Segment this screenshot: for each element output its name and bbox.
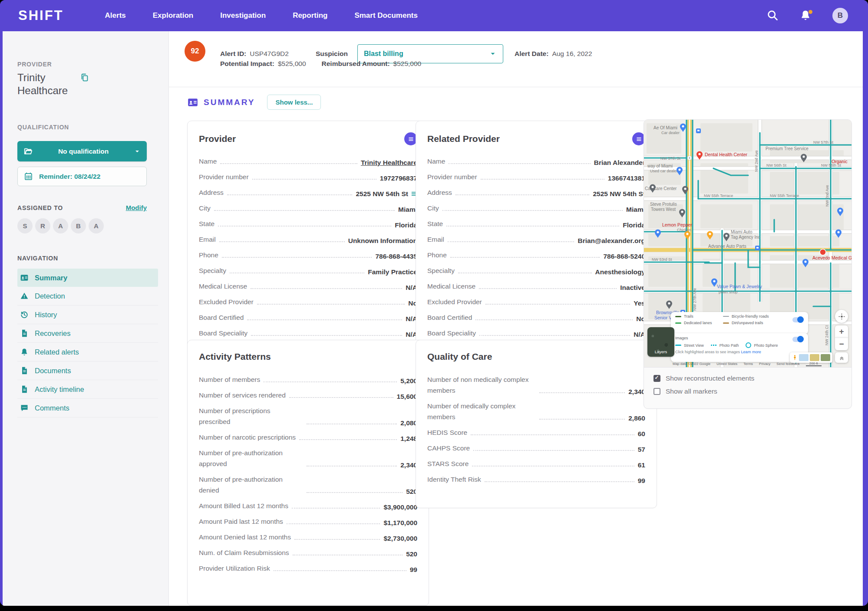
checkbox-checked[interactable] xyxy=(653,375,660,382)
document-icon xyxy=(20,385,29,394)
map-zoom-out-button[interactable]: − xyxy=(835,338,848,350)
sidebar-item-recoveries[interactable]: Recoveries xyxy=(17,324,158,343)
svg-text:NW 2nd Ave: NW 2nd Ave xyxy=(754,150,759,172)
field-label: Board Speciality xyxy=(199,328,248,338)
field-row: Excluded ProviderYes xyxy=(427,294,645,309)
svg-text:Used car dealer: Used car dealer xyxy=(650,169,678,173)
alert-id-label: Alert ID: xyxy=(220,50,246,58)
map-options: Show reconstructed elements Show all mar… xyxy=(644,368,851,407)
field-row: StateFlorida xyxy=(427,216,645,231)
menu-item-reporting[interactable]: Reporting xyxy=(293,11,327,20)
potential-impact-value: $525,000 xyxy=(278,60,306,68)
attribution-link[interactable]: Send feedback xyxy=(776,362,799,366)
attribution-link[interactable]: United States xyxy=(716,362,737,366)
svg-text:NW 57th St: NW 57th St xyxy=(660,156,681,161)
field-row: Provider Utilization Risk99 xyxy=(199,560,417,576)
field-row: Medical LicenseInactive xyxy=(427,278,645,294)
bicycle-swatch xyxy=(723,316,729,317)
sidebar-item-detection[interactable]: Detection xyxy=(17,287,158,306)
topbar-icons: B xyxy=(766,8,848,23)
trails-toggle[interactable] xyxy=(792,317,804,322)
show-less-button[interactable]: Show less... xyxy=(267,95,321,110)
attribution-link[interactable]: Terms xyxy=(743,362,753,366)
checkbox-label: Show reconstructed elements xyxy=(666,374,754,382)
menu-item-smart-documents[interactable]: Smart Documents xyxy=(354,11,417,20)
sidebar-item-activity-timeline[interactable]: Activity timeline xyxy=(17,380,158,399)
sidebar-item-label: Recoveries xyxy=(35,329,71,338)
field-label: Number of narcotic prescriptions xyxy=(199,432,296,443)
field-label: Medical License xyxy=(199,281,247,292)
qualification-dropdown-button[interactable]: No qualification xyxy=(17,141,147,161)
photo-sphere-swatch xyxy=(746,342,751,348)
images-toggle[interactable] xyxy=(792,337,804,342)
reimbursed-amount-value: $525,000 xyxy=(393,60,422,68)
map-locate-button[interactable] xyxy=(835,310,848,323)
qualification-section-label: QUALIFICATION xyxy=(17,124,147,131)
sidebar-item-comments[interactable]: Comments xyxy=(17,399,158,417)
modify-link[interactable]: Modify xyxy=(126,204,147,211)
show-all-markers-option[interactable]: Show all markers xyxy=(653,388,842,395)
sidebar-item-label: Documents xyxy=(35,367,71,375)
field-label: Board Speciality xyxy=(427,328,476,338)
sidebar-item-label: Activity timeline xyxy=(35,385,84,394)
svg-text:Steve Protulis: Steve Protulis xyxy=(650,202,677,207)
bell-icon xyxy=(20,348,29,356)
assignee-avatar[interactable]: S xyxy=(17,218,33,233)
show-reconstructed-elements-option[interactable]: Show reconstructed elements xyxy=(653,374,842,382)
dedicated-swatch xyxy=(675,322,681,324)
sidebar-item-documents[interactable]: Documents xyxy=(17,361,158,380)
svg-text:NW 27th Ave: NW 27th Ave xyxy=(693,288,697,311)
field-row: CAHPS Score57 xyxy=(427,440,645,456)
field-label: HEDIS Score xyxy=(427,427,467,438)
map-zoom-in-button[interactable]: + xyxy=(835,325,848,338)
field-value: Miami xyxy=(398,206,417,214)
notifications-bell-icon[interactable] xyxy=(799,9,812,22)
svg-text:Car dealer: Car dealer xyxy=(661,131,680,135)
search-icon[interactable] xyxy=(766,9,779,22)
copy-icon[interactable] xyxy=(80,73,89,82)
learn-more-link[interactable]: Learn more xyxy=(741,350,761,354)
pegman-icon[interactable] xyxy=(792,354,798,361)
imagery-thumbnail[interactable] xyxy=(799,354,809,361)
attribution-link[interactable]: Privacy xyxy=(759,362,770,366)
svg-text:Acevedo Medical Group: Acevedo Medical Group xyxy=(812,255,851,260)
field-label: Amount Paid last 12 months xyxy=(199,516,283,527)
reminder-button[interactable]: Reminder: 08/24/22 xyxy=(17,167,147,186)
field-row: CityMiami xyxy=(427,200,645,216)
svg-text:pawn shop: pawn shop xyxy=(719,290,738,294)
imagery-thumbnail[interactable] xyxy=(821,354,830,361)
app-logo: SHIFT xyxy=(18,8,64,23)
map-layers-button[interactable]: Layers xyxy=(647,327,674,357)
sidebar-item-summary[interactable]: Summary xyxy=(17,269,158,287)
field-label: Num. of Claim Resubmissions xyxy=(199,547,289,558)
field-label: Phone xyxy=(199,250,218,260)
field-label: Specialty xyxy=(199,265,226,276)
assignee-avatar[interactable]: B xyxy=(71,218,86,233)
checkbox-unchecked[interactable] xyxy=(653,388,660,395)
sidebar-item-history[interactable]: History xyxy=(17,306,158,324)
field-label: Excluded Provider xyxy=(427,296,482,307)
menu-item-investigation[interactable]: Investigation xyxy=(220,11,266,20)
quality-of-care-title: Quality of Care xyxy=(427,351,492,362)
provider-name-link[interactable]: Trinity Healthcare xyxy=(361,159,417,167)
svg-text:NW 55th Terrace: NW 55th Terrace xyxy=(770,194,799,198)
field-row: EmailBrian@alexander.org xyxy=(427,231,645,247)
menu-item-alerts[interactable]: Alerts xyxy=(105,11,126,20)
map-view[interactable]: NW 57th St NW 57th St NW 56th St NW 56th… xyxy=(644,120,851,368)
imagery-thumbnail[interactable] xyxy=(810,354,819,361)
user-avatar[interactable]: B xyxy=(832,8,848,23)
sidebar-provider-block: PROVIDER Trinity Healthcare xyxy=(17,61,160,97)
menu-item-exploration[interactable]: Exploration xyxy=(153,11,194,20)
field-row: Number of prescriptions prescribed2,080 xyxy=(199,403,417,429)
field-value: $1,170,000 xyxy=(383,519,417,527)
assignee-avatar[interactable]: A xyxy=(89,218,104,233)
field-label: Number of medically complex members xyxy=(427,401,536,422)
header-divider xyxy=(169,87,863,87)
assignee-avatars: S R A B A xyxy=(17,218,147,233)
app-frame: SHIFT Alerts Exploration Investigation R… xyxy=(0,0,868,606)
assignee-avatar[interactable]: R xyxy=(35,218,50,233)
map-card: NW 57th St NW 57th St NW 56th St NW 56th… xyxy=(644,119,852,409)
svg-text:Lemon Pepper: Lemon Pepper xyxy=(662,222,692,227)
sidebar-item-related-alerts[interactable]: Related alerts xyxy=(17,343,158,361)
assignee-avatar[interactable]: A xyxy=(53,218,68,233)
